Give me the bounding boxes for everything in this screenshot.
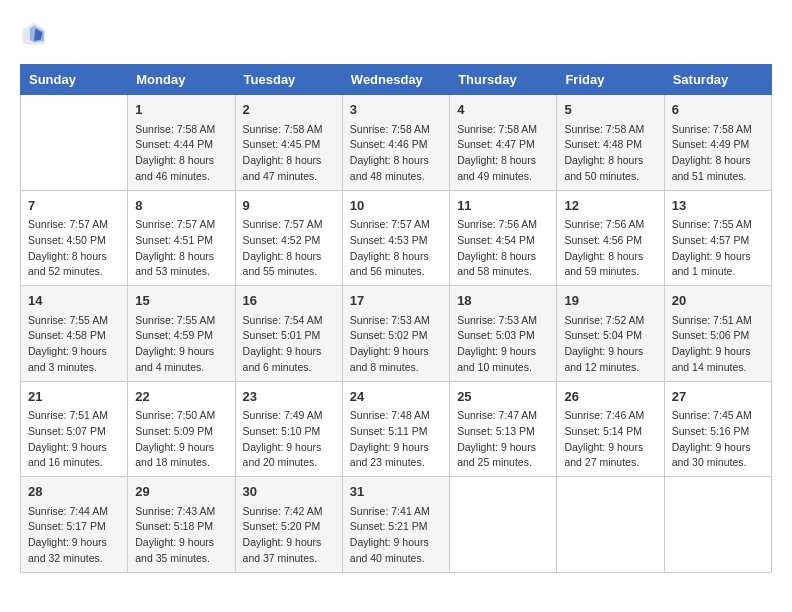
calendar-cell: 26Sunrise: 7:46 AM Sunset: 5:14 PM Dayli…	[557, 381, 664, 477]
day-number: 28	[28, 482, 120, 502]
calendar-cell: 2Sunrise: 7:58 AM Sunset: 4:45 PM Daylig…	[235, 95, 342, 191]
day-number: 22	[135, 387, 227, 407]
calendar-cell: 12Sunrise: 7:56 AM Sunset: 4:56 PM Dayli…	[557, 190, 664, 286]
week-row-5: 28Sunrise: 7:44 AM Sunset: 5:17 PM Dayli…	[21, 477, 772, 573]
calendar-cell: 10Sunrise: 7:57 AM Sunset: 4:53 PM Dayli…	[342, 190, 449, 286]
cell-content: Sunrise: 7:43 AM Sunset: 5:18 PM Dayligh…	[135, 504, 227, 567]
day-number: 27	[672, 387, 764, 407]
col-header-friday: Friday	[557, 65, 664, 95]
week-row-2: 7Sunrise: 7:57 AM Sunset: 4:50 PM Daylig…	[21, 190, 772, 286]
day-number: 25	[457, 387, 549, 407]
day-number: 12	[564, 196, 656, 216]
col-header-saturday: Saturday	[664, 65, 771, 95]
calendar-cell: 11Sunrise: 7:56 AM Sunset: 4:54 PM Dayli…	[450, 190, 557, 286]
cell-content: Sunrise: 7:51 AM Sunset: 5:07 PM Dayligh…	[28, 408, 120, 471]
cell-content: Sunrise: 7:58 AM Sunset: 4:48 PM Dayligh…	[564, 122, 656, 185]
week-row-1: 1Sunrise: 7:58 AM Sunset: 4:44 PM Daylig…	[21, 95, 772, 191]
cell-content: Sunrise: 7:53 AM Sunset: 5:02 PM Dayligh…	[350, 313, 442, 376]
logo	[20, 20, 52, 48]
cell-content: Sunrise: 7:58 AM Sunset: 4:44 PM Dayligh…	[135, 122, 227, 185]
day-number: 11	[457, 196, 549, 216]
day-number: 7	[28, 196, 120, 216]
calendar-cell: 24Sunrise: 7:48 AM Sunset: 5:11 PM Dayli…	[342, 381, 449, 477]
day-number: 4	[457, 100, 549, 120]
cell-content: Sunrise: 7:58 AM Sunset: 4:49 PM Dayligh…	[672, 122, 764, 185]
calendar-cell: 8Sunrise: 7:57 AM Sunset: 4:51 PM Daylig…	[128, 190, 235, 286]
calendar-cell: 21Sunrise: 7:51 AM Sunset: 5:07 PM Dayli…	[21, 381, 128, 477]
calendar-cell: 1Sunrise: 7:58 AM Sunset: 4:44 PM Daylig…	[128, 95, 235, 191]
day-number: 10	[350, 196, 442, 216]
day-number: 29	[135, 482, 227, 502]
day-number: 19	[564, 291, 656, 311]
day-number: 6	[672, 100, 764, 120]
day-number: 16	[243, 291, 335, 311]
day-number: 9	[243, 196, 335, 216]
cell-content: Sunrise: 7:47 AM Sunset: 5:13 PM Dayligh…	[457, 408, 549, 471]
day-number: 5	[564, 100, 656, 120]
calendar-cell: 23Sunrise: 7:49 AM Sunset: 5:10 PM Dayli…	[235, 381, 342, 477]
calendar-cell: 29Sunrise: 7:43 AM Sunset: 5:18 PM Dayli…	[128, 477, 235, 573]
calendar-cell: 17Sunrise: 7:53 AM Sunset: 5:02 PM Dayli…	[342, 286, 449, 382]
calendar-cell: 4Sunrise: 7:58 AM Sunset: 4:47 PM Daylig…	[450, 95, 557, 191]
logo-icon	[20, 20, 48, 48]
calendar-cell: 13Sunrise: 7:55 AM Sunset: 4:57 PM Dayli…	[664, 190, 771, 286]
calendar-cell	[21, 95, 128, 191]
day-number: 15	[135, 291, 227, 311]
calendar-cell: 9Sunrise: 7:57 AM Sunset: 4:52 PM Daylig…	[235, 190, 342, 286]
cell-content: Sunrise: 7:48 AM Sunset: 5:11 PM Dayligh…	[350, 408, 442, 471]
calendar-cell: 18Sunrise: 7:53 AM Sunset: 5:03 PM Dayli…	[450, 286, 557, 382]
cell-content: Sunrise: 7:49 AM Sunset: 5:10 PM Dayligh…	[243, 408, 335, 471]
cell-content: Sunrise: 7:41 AM Sunset: 5:21 PM Dayligh…	[350, 504, 442, 567]
cell-content: Sunrise: 7:51 AM Sunset: 5:06 PM Dayligh…	[672, 313, 764, 376]
calendar-cell: 14Sunrise: 7:55 AM Sunset: 4:58 PM Dayli…	[21, 286, 128, 382]
page-header	[20, 20, 772, 48]
cell-content: Sunrise: 7:55 AM Sunset: 4:59 PM Dayligh…	[135, 313, 227, 376]
cell-content: Sunrise: 7:45 AM Sunset: 5:16 PM Dayligh…	[672, 408, 764, 471]
cell-content: Sunrise: 7:56 AM Sunset: 4:56 PM Dayligh…	[564, 217, 656, 280]
day-number: 17	[350, 291, 442, 311]
day-number: 26	[564, 387, 656, 407]
cell-content: Sunrise: 7:55 AM Sunset: 4:57 PM Dayligh…	[672, 217, 764, 280]
day-number: 24	[350, 387, 442, 407]
col-header-tuesday: Tuesday	[235, 65, 342, 95]
calendar-cell	[557, 477, 664, 573]
cell-content: Sunrise: 7:58 AM Sunset: 4:46 PM Dayligh…	[350, 122, 442, 185]
calendar-table: SundayMondayTuesdayWednesdayThursdayFrid…	[20, 64, 772, 573]
col-header-thursday: Thursday	[450, 65, 557, 95]
day-number: 20	[672, 291, 764, 311]
cell-content: Sunrise: 7:56 AM Sunset: 4:54 PM Dayligh…	[457, 217, 549, 280]
cell-content: Sunrise: 7:58 AM Sunset: 4:47 PM Dayligh…	[457, 122, 549, 185]
cell-content: Sunrise: 7:57 AM Sunset: 4:53 PM Dayligh…	[350, 217, 442, 280]
day-number: 21	[28, 387, 120, 407]
cell-content: Sunrise: 7:58 AM Sunset: 4:45 PM Dayligh…	[243, 122, 335, 185]
week-row-3: 14Sunrise: 7:55 AM Sunset: 4:58 PM Dayli…	[21, 286, 772, 382]
calendar-cell: 16Sunrise: 7:54 AM Sunset: 5:01 PM Dayli…	[235, 286, 342, 382]
calendar-cell: 25Sunrise: 7:47 AM Sunset: 5:13 PM Dayli…	[450, 381, 557, 477]
calendar-cell: 22Sunrise: 7:50 AM Sunset: 5:09 PM Dayli…	[128, 381, 235, 477]
calendar-cell: 31Sunrise: 7:41 AM Sunset: 5:21 PM Dayli…	[342, 477, 449, 573]
cell-content: Sunrise: 7:57 AM Sunset: 4:50 PM Dayligh…	[28, 217, 120, 280]
cell-content: Sunrise: 7:46 AM Sunset: 5:14 PM Dayligh…	[564, 408, 656, 471]
cell-content: Sunrise: 7:52 AM Sunset: 5:04 PM Dayligh…	[564, 313, 656, 376]
day-number: 2	[243, 100, 335, 120]
cell-content: Sunrise: 7:42 AM Sunset: 5:20 PM Dayligh…	[243, 504, 335, 567]
cell-content: Sunrise: 7:53 AM Sunset: 5:03 PM Dayligh…	[457, 313, 549, 376]
day-number: 14	[28, 291, 120, 311]
calendar-cell: 19Sunrise: 7:52 AM Sunset: 5:04 PM Dayli…	[557, 286, 664, 382]
day-number: 30	[243, 482, 335, 502]
calendar-cell	[664, 477, 771, 573]
day-number: 31	[350, 482, 442, 502]
day-number: 8	[135, 196, 227, 216]
calendar-header-row: SundayMondayTuesdayWednesdayThursdayFrid…	[21, 65, 772, 95]
cell-content: Sunrise: 7:50 AM Sunset: 5:09 PM Dayligh…	[135, 408, 227, 471]
calendar-cell: 15Sunrise: 7:55 AM Sunset: 4:59 PM Dayli…	[128, 286, 235, 382]
calendar-cell: 7Sunrise: 7:57 AM Sunset: 4:50 PM Daylig…	[21, 190, 128, 286]
col-header-monday: Monday	[128, 65, 235, 95]
day-number: 3	[350, 100, 442, 120]
calendar-cell	[450, 477, 557, 573]
week-row-4: 21Sunrise: 7:51 AM Sunset: 5:07 PM Dayli…	[21, 381, 772, 477]
calendar-cell: 28Sunrise: 7:44 AM Sunset: 5:17 PM Dayli…	[21, 477, 128, 573]
calendar-cell: 27Sunrise: 7:45 AM Sunset: 5:16 PM Dayli…	[664, 381, 771, 477]
cell-content: Sunrise: 7:57 AM Sunset: 4:51 PM Dayligh…	[135, 217, 227, 280]
cell-content: Sunrise: 7:54 AM Sunset: 5:01 PM Dayligh…	[243, 313, 335, 376]
